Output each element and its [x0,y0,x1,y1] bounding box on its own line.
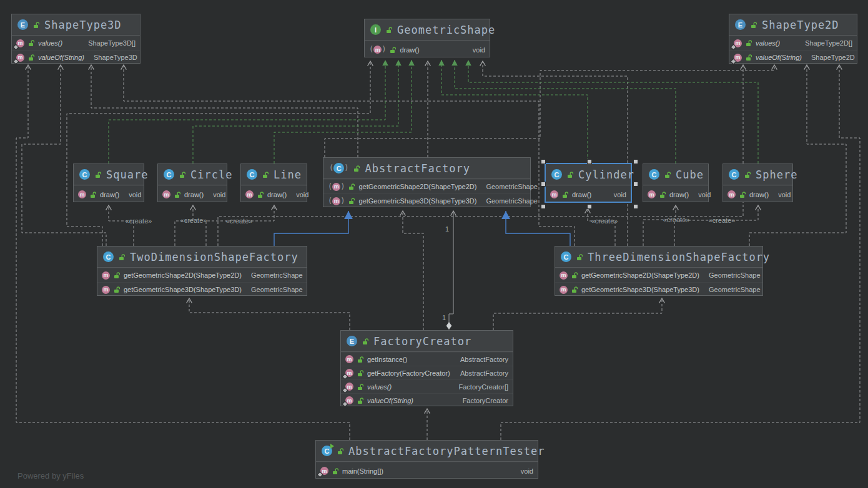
edge-dependency-twodimensionshapefactory-to-circle[interactable] [175,205,193,246]
edge-dependency-factorycreator-to-abstractfactory[interactable] [403,211,423,330]
class-box-twodimensionshapefactory[interactable]: CTwoDimensionShapeFactorymgetGeometricSh… [97,246,307,296]
public-lock-icon [571,271,578,279]
edge-realization-line-to-geometricshape[interactable] [274,60,412,163]
class-title: GeometricShape [397,24,495,36]
edge-dependency-threedimensionshapefactory-to-cylinder[interactable] [588,208,615,246]
method-icon: m [648,190,656,198]
method-row[interactable]: (m)getGeometricShape3D(ShapeType3D)Geome… [323,193,530,208]
method-return-type: AbstractFactory [454,369,508,377]
method-row[interactable]: mdraw()void [158,185,227,203]
public-lock-icon [118,253,126,261]
edge-dependency-abstractfactory-to-shapetype2d[interactable] [325,65,774,157]
method-row[interactable]: mmain(String[])void [316,462,538,479]
method-row[interactable]: mdraw()void [643,185,708,203]
class-box-factorycreator[interactable]: EFactoryCreatormgetInstance()AbstractFac… [340,330,513,406]
enum-icon: E [735,19,746,30]
edge-dependency-twodimensionshapefactory-to-square[interactable] [109,205,134,246]
class-box-line[interactable]: CLinemdraw()void [240,163,307,202]
edge-dependency-twodimensionshapefactory-to-line[interactable] [206,205,274,246]
method-row[interactable]: mgetGeometricShape3D(ShapeType3D)Geometr… [97,282,307,296]
method-row[interactable]: mgetInstance()AbstractFactory [341,352,513,366]
method-row[interactable]: mvalues()FactoryCreator[] [341,379,513,393]
method-row[interactable]: mvalueOf(String)FactoryCreator [341,393,513,407]
method-row[interactable]: mvalueOf(String)ShapeType3D [12,50,140,64]
edge-dependency-threedimensionshapefactory-to-cube[interactable] [643,205,676,246]
edge-dependency-twodimensionshapefactory-to-shapetype3d[interactable] [22,65,106,246]
selection-handle[interactable] [633,204,638,209]
class-title: Circle [190,168,232,181]
method-row[interactable]: mdraw()void [723,185,792,203]
edge-label: «create» [663,216,690,223]
method-row[interactable]: mgetGeometricShape3D(ShapeType3D)Geometr… [555,282,762,296]
class-title: Cylinder [578,168,634,181]
edge-dependency-factorycreator-to-threedimensionshapefactory[interactable] [493,298,662,330]
class-box-cylinder[interactable]: CCylindermdraw()void [545,163,631,202]
class-box-shapetype2d[interactable]: EShapeType2Dmvalues()ShapeType2D[]mvalue… [729,14,857,64]
selection-handle[interactable] [587,204,592,209]
method-return-type: GeometricShape [245,271,303,279]
method-name: draw() [267,191,287,198]
public-lock-icon [571,286,578,293]
method-row[interactable]: mdraw()void [546,185,631,203]
edge-realization-square-to-geometricshape[interactable] [109,60,385,163]
method-row[interactable]: mvalues()ShapeType2D[] [729,36,857,50]
class-box-cube[interactable]: CCubemdraw()void [643,163,709,202]
method-icon: m [734,39,742,47]
selection-handle[interactable] [633,159,638,164]
edge-dependency-threedimensionshapefactory-to-sphere[interactable] [674,205,758,246]
edge-dependency-threedimensionshapefactory-to-shapetype2d[interactable] [749,65,846,246]
class-header: CAbstractFactoryPatternTester [316,441,538,462]
method-row[interactable]: (m)getGeometricShape2D(ShapeType2D)Geome… [323,179,530,193]
method-row[interactable]: mdraw()void [74,185,144,203]
class-box-geometricshape[interactable]: IGeometricShape(m)draw()void [364,19,490,57]
method-row[interactable]: mgetGeometricShape2D(ShapeType2D)Geometr… [97,268,307,282]
selection-handle[interactable] [541,159,546,164]
public-lock-icon [27,54,35,61]
class-box-circle[interactable]: CCirclemdraw()void [157,163,227,202]
selection-handle[interactable] [587,159,592,164]
method-return-type: void [122,191,141,198]
method-row[interactable]: mgetGeometricShape2D(ShapeType2D)Geometr… [555,268,762,282]
class-title: Line [274,168,302,181]
method-return-type: void [608,191,626,198]
selection-handle[interactable] [633,182,638,187]
class-box-abstractfactorypatterntester[interactable]: CAbstractFactoryPatternTestermmain(Strin… [315,440,538,479]
class-header: CThreeDimensionShapeFactory [555,246,762,268]
class-box-sphere[interactable]: CSpheremdraw()void [723,163,793,202]
method-return-type: void [290,191,308,198]
method-icon: m [16,39,24,47]
method-name: getFactory(FactoryCreator) [367,369,450,377]
class-icon: C [551,169,562,180]
method-return-type: GeometricShape [480,197,538,205]
edge-realization-circle-to-geometricshape[interactable] [193,60,398,163]
interface-icon: I [370,24,381,35]
edges-layer: «create»«create»«create»«create»«create»… [0,0,868,488]
method-row[interactable]: mvalueOf(String)ShapeType2D [729,50,857,64]
edge-realization-sphere-to-geometricshape[interactable] [468,60,758,163]
public-lock-icon [353,165,360,172]
edge-extends-twodimensionshapefactory-to-abstractfactory[interactable] [274,211,348,246]
method-name: values() [756,39,780,47]
diagram-canvas[interactable]: «create»«create»«create»«create»«create»… [0,0,868,488]
class-box-shapetype3d[interactable]: EShapeType3Dmvalues()ShapeType3D[]mvalue… [11,14,141,64]
edge-dependency-factorycreator-to-twodimensionshapefactory[interactable] [189,298,350,330]
method-row[interactable]: (m)draw()void [365,41,490,58]
edge-dependency-twodimensionshapefactory-to-geometricshape[interactable] [67,61,370,246]
method-icon: (m) [328,183,345,191]
class-header: EShapeType2D [729,14,857,36]
edge-dependency-abstractfactory-to-shapetype3d[interactable] [91,65,358,157]
selection-handle[interactable] [541,204,546,209]
method-row[interactable]: mdraw()void [241,185,307,203]
class-box-abstractfactory[interactable]: (C)AbstractFactory(m)getGeometricShape2D… [323,157,531,207]
public-lock-icon [32,21,40,29]
method-row[interactable]: mvalues()ShapeType3D[] [12,36,140,50]
edge-realization-cylinder-to-geometricshape[interactable] [441,60,588,161]
class-box-square[interactable]: CSquaremdraw()void [73,163,144,202]
class-box-threedimensionshapefactory[interactable]: CThreeDimensionShapeFactorymgetGeometric… [555,246,763,296]
public-lock-icon [739,191,746,198]
selection-handle[interactable] [541,182,546,187]
edge-aggregation-factorycreator-to-abstractfactory[interactable] [449,211,453,329]
method-row[interactable]: mgetFactory(FactoryCreator)AbstractFacto… [341,366,513,379]
edge-extends-threedimensionshapefactory-to-abstractfactory[interactable] [506,211,570,246]
edge-realization-cube-to-geometricshape[interactable] [455,60,676,163]
